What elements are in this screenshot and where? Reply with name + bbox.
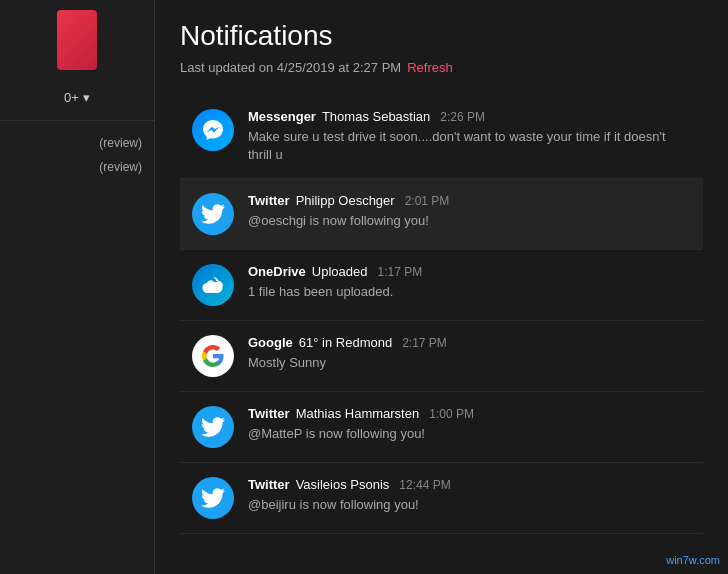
notif-sender: Philipp Oeschger <box>296 193 395 208</box>
notif-time: 2:01 PM <box>405 194 450 208</box>
notification-item[interactable]: Messenger Thomas Sebastian 2:26 PM Make … <box>180 95 703 179</box>
notif-app: Twitter <box>248 477 290 492</box>
messenger-icon <box>192 109 234 151</box>
last-updated-text: Last updated on 4/25/2019 at 2:27 PM <box>180 60 401 75</box>
notif-time: 12:44 PM <box>399 478 450 492</box>
notif-content: Twitter Vasileios Psonis 12:44 PM @beiji… <box>248 477 691 514</box>
notif-sender: Thomas Sebastian <box>322 109 430 124</box>
page-title: Notifications <box>180 20 703 52</box>
notification-item[interactable]: Twitter Philipp Oeschger 2:01 PM @oeschg… <box>180 179 703 250</box>
notif-app: Google <box>248 335 293 350</box>
watermark: win7w.com <box>666 554 720 566</box>
notif-message: @beijiru is now following you! <box>248 496 691 514</box>
notification-item[interactable]: OneDrive Uploaded 1:17 PM 1 file has bee… <box>180 250 703 321</box>
notif-time: 2:17 PM <box>402 336 447 350</box>
notif-content: Messenger Thomas Sebastian 2:26 PM Make … <box>248 109 691 164</box>
notif-header: OneDrive Uploaded 1:17 PM <box>248 264 691 279</box>
notif-app: Messenger <box>248 109 316 124</box>
notif-sender: Uploaded <box>312 264 368 279</box>
notif-sender: 61° in Redmond <box>299 335 392 350</box>
sidebar-item-2[interactable]: (review) <box>0 160 154 174</box>
google-icon <box>192 335 234 377</box>
notif-message: Make sure u test drive it soon....don't … <box>248 128 691 164</box>
notif-sender: Vasileios Psonis <box>296 477 390 492</box>
notif-header: Twitter Vasileios Psonis 12:44 PM <box>248 477 691 492</box>
notif-content: OneDrive Uploaded 1:17 PM 1 file has bee… <box>248 264 691 301</box>
notif-message: 1 file has been uploaded. <box>248 283 691 301</box>
notif-header: Messenger Thomas Sebastian 2:26 PM <box>248 109 691 124</box>
last-updated-bar: Last updated on 4/25/2019 at 2:27 PM Ref… <box>180 60 703 75</box>
notif-app: Twitter <box>248 193 290 208</box>
notification-list: Messenger Thomas Sebastian 2:26 PM Make … <box>180 95 703 534</box>
notif-sender: Mathias Hammarsten <box>296 406 420 421</box>
notif-app: Twitter <box>248 406 290 421</box>
onedrive-icon <box>192 264 234 306</box>
notification-item[interactable]: Twitter Vasileios Psonis 12:44 PM @beiji… <box>180 463 703 534</box>
chevron-down-icon: ▾ <box>83 90 90 105</box>
notifications-panel: Notifications Last updated on 4/25/2019 … <box>155 0 728 574</box>
notif-message: @MatteP is now following you! <box>248 425 691 443</box>
notif-content: Twitter Mathias Hammarsten 1:00 PM @Matt… <box>248 406 691 443</box>
sidebar-counter[interactable]: 0+ ▾ <box>64 90 90 105</box>
twitter-icon <box>192 406 234 448</box>
notif-header: Twitter Mathias Hammarsten 1:00 PM <box>248 406 691 421</box>
sidebar-item-1[interactable]: (review) <box>0 136 154 150</box>
twitter-icon <box>192 477 234 519</box>
notif-header: Twitter Philipp Oeschger 2:01 PM <box>248 193 691 208</box>
twitter-icon <box>192 193 234 235</box>
notif-app: OneDrive <box>248 264 306 279</box>
notification-item[interactable]: Google 61° in Redmond 2:17 PM Mostly Sun… <box>180 321 703 392</box>
notification-item[interactable]: Twitter Mathias Hammarsten 1:00 PM @Matt… <box>180 392 703 463</box>
sidebar-divider <box>0 120 154 121</box>
notif-header: Google 61° in Redmond 2:17 PM <box>248 335 691 350</box>
notif-message: Mostly Sunny <box>248 354 691 372</box>
notif-content: Google 61° in Redmond 2:17 PM Mostly Sun… <box>248 335 691 372</box>
notif-time: 1:00 PM <box>429 407 474 421</box>
refresh-button[interactable]: Refresh <box>407 60 453 75</box>
notif-message: @oeschgi is now following you! <box>248 212 691 230</box>
counter-value: 0+ <box>64 90 79 105</box>
notif-time: 1:17 PM <box>377 265 422 279</box>
notif-time: 2:26 PM <box>440 110 485 124</box>
sidebar: 0+ ▾ (review) (review) <box>0 0 155 574</box>
app-icon <box>57 10 97 70</box>
notif-content: Twitter Philipp Oeschger 2:01 PM @oeschg… <box>248 193 691 230</box>
